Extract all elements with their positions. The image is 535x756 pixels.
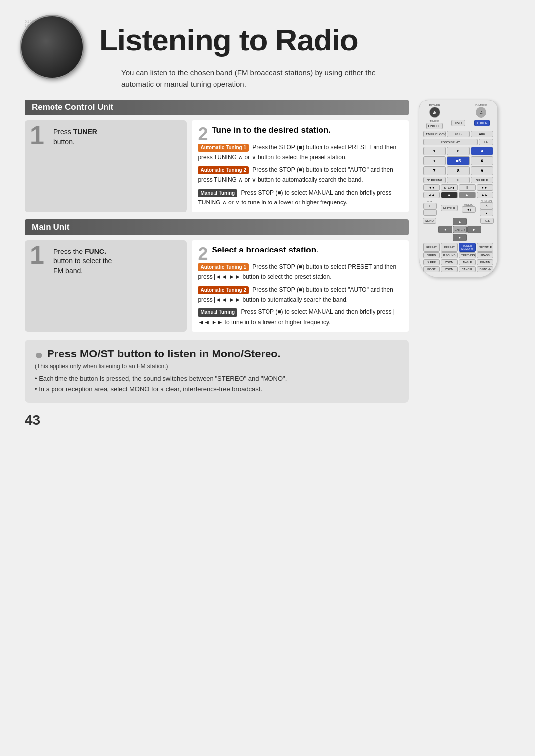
auto1-block-main: Automatic Tuning 1 Press the STOP (■) bu…	[198, 263, 403, 282]
num8-button[interactable]: 8	[447, 166, 470, 175]
step-button[interactable]: STEP ■	[441, 184, 458, 191]
num0-button[interactable]: 0	[447, 177, 470, 183]
auto1-tag-remote: Automatic Tuning 1	[198, 144, 249, 152]
menu-button[interactable]: MENU	[423, 218, 436, 224]
dimmer-button[interactable]: △	[476, 107, 486, 118]
remote-step2-title: 2 Tune in to the desired station.	[198, 125, 403, 135]
num6-button[interactable]: 6	[471, 156, 493, 165]
vol-up-button[interactable]: +	[423, 203, 437, 209]
audio-button[interactable]: ◄)	[462, 206, 476, 213]
main-content: Remote Control Unit 1 Press TUNERbutton.…	[25, 100, 510, 428]
prev-button[interactable]: |◄◄	[423, 184, 440, 191]
vol-down-button[interactable]: -	[423, 209, 437, 216]
cdripping-button[interactable]: CD RIPPING	[423, 177, 446, 183]
treble-button[interactable]: TRE/BASS	[459, 252, 476, 258]
dpad-left-button[interactable]: ◄	[438, 226, 452, 233]
tuning-up-button[interactable]: ∧	[480, 202, 493, 209]
remain-button[interactable]: REMAIN	[477, 259, 493, 265]
speed-button[interactable]: SPEED	[423, 252, 440, 258]
footer-bullet-2: In a poor reception area, select MONO fo…	[35, 384, 399, 395]
dpad-empty-br	[467, 234, 481, 241]
main-unit-steps-row: 1 Press the FUNC.button to select theFM …	[25, 240, 409, 332]
pause-button[interactable]: II	[459, 184, 476, 191]
logo-circle	[20, 15, 84, 79]
aux-button[interactable]: AUX	[471, 131, 493, 137]
num1-button[interactable]: 1	[423, 147, 446, 155]
main-step2-heading: Select a broadcast station.	[212, 245, 318, 254]
page-title: Listening to Radio	[99, 22, 510, 57]
manual-block-remote: Manual Tuning Press STOP (■) to select M…	[198, 189, 403, 207]
main-step1-number: 1	[30, 242, 44, 268]
remote-step2-heading: Tune in to the desired station.	[212, 125, 331, 135]
footer-bullets: Each time the button is pressed, the sou…	[35, 374, 399, 395]
func-bold: FUNC.	[85, 248, 106, 255]
angle-button[interactable]: ANGLE	[459, 259, 476, 265]
power-button[interactable]: ⏻	[429, 107, 440, 118]
sleep-button[interactable]: SLEEP	[423, 259, 440, 265]
usb-button[interactable]: USB	[447, 131, 470, 137]
tuner-bold: TUNER	[73, 128, 97, 136]
manual-tag-main: Manual Tuning	[198, 308, 237, 317]
page: 0100101101001011010010010110100101101001…	[0, 0, 535, 756]
remote-step1-text: Press TUNERbutton.	[54, 128, 97, 146]
num5-button[interactable]: ■5	[447, 156, 470, 165]
tuning-down-button[interactable]: ∨	[480, 209, 493, 216]
most-button[interactable]: MO/ST	[423, 266, 440, 272]
dpad-empty-tl	[438, 218, 452, 225]
mute-button[interactable]: MUTE ✕	[441, 205, 458, 211]
dpad: ▲ ◄ ENTER ► ▼	[438, 218, 478, 241]
num7-button[interactable]: 7	[423, 166, 446, 175]
num9-button[interactable]: 9	[471, 166, 493, 175]
timerclock-button[interactable]: TIMER/CLOCK	[423, 131, 446, 137]
ff-button[interactable]: ►►	[477, 192, 493, 198]
main-step2-number: 2	[198, 245, 208, 263]
dvd-button[interactable]: DVD	[451, 120, 465, 126]
remote-step1-box: 1 Press TUNERbutton.	[25, 120, 187, 212]
main-unit-header: Main Unit	[25, 219, 409, 235]
dpad-empty-bl	[438, 234, 452, 241]
demo-button[interactable]: DEMO ⊘	[477, 266, 493, 272]
remote-step1-content: Press TUNERbutton.	[54, 127, 179, 147]
zoom-button[interactable]: ZOOM	[441, 259, 458, 265]
dpad-down-button[interactable]: ▼	[453, 234, 467, 241]
zoom2-button[interactable]: ZOOM	[441, 266, 458, 272]
left-panel: Remote Control Unit 1 Press TUNERbutton.…	[25, 100, 409, 428]
tunermemory-button[interactable]: TUNER MEMORY	[459, 243, 476, 252]
page-subtitle: You can listen to the chosen band (FM br…	[121, 67, 399, 90]
repeat2-button[interactable]: REPEAT	[441, 243, 458, 252]
auto2-tag-remote: Automatic Tuning 2	[198, 166, 249, 175]
dpad-up-button[interactable]: ▲	[453, 218, 467, 225]
num4-button[interactable]: 4	[423, 156, 446, 165]
return-button[interactable]: RET.	[480, 218, 494, 224]
dpad-right-button[interactable]: ►	[467, 226, 481, 233]
psound-button[interactable]: P.SOUND	[441, 252, 458, 258]
num2-button[interactable]: 2	[447, 147, 470, 155]
numpad: 1 2 3 4 ■5 6 7 8 9	[423, 147, 493, 175]
most-bold: MO/ST	[80, 348, 114, 360]
shuffle-button[interactable]: SHUFFLE	[471, 177, 493, 183]
footer-title: ● Press MO/ST button to listen in Mono/S…	[35, 348, 399, 360]
repeat-button[interactable]: REPEAT	[423, 243, 440, 252]
rewind-button[interactable]: ◄◄	[423, 192, 440, 198]
tuner-button[interactable]: TUNER	[474, 120, 490, 126]
header-area: 0100101101001011010010010110100101101001…	[25, 20, 510, 57]
remote-step2-box: 2 Tune in to the desired station. Automa…	[192, 120, 409, 212]
cancel-button[interactable]: CANCEL	[459, 266, 476, 272]
p-bass-button[interactable]: P.BASS	[477, 252, 493, 258]
rdsdisplay-button[interactable]: RDS/DISPLAY	[423, 139, 478, 145]
enter-button[interactable]: ENTER	[453, 226, 467, 233]
num3-button[interactable]: 3	[471, 147, 493, 155]
auto1-tag-main: Automatic Tuning 1	[198, 263, 249, 272]
page-number: 43	[25, 412, 409, 428]
main-step1-box: 1 Press the FUNC.button to select theFM …	[25, 240, 187, 332]
ta-button[interactable]: TA	[479, 139, 493, 145]
next-button[interactable]: ►►|	[477, 184, 493, 191]
stop-button[interactable]: ■	[441, 192, 458, 198]
timer-onoff-button[interactable]: ON/OFF	[426, 123, 443, 129]
play-button[interactable]: ►	[459, 192, 476, 198]
subtitle-button[interactable]: SUBTITLE	[477, 243, 493, 252]
footer-circle: ●	[35, 348, 43, 363]
footer-bullet-1: Each time the button is pressed, the sou…	[35, 374, 399, 384]
auto2-block-main: Automatic Tuning 2 Press the STOP (■) bu…	[198, 286, 403, 304]
remote-control: POWER ⏻ DIMMER △ TIMER ON/OFF	[419, 100, 498, 278]
